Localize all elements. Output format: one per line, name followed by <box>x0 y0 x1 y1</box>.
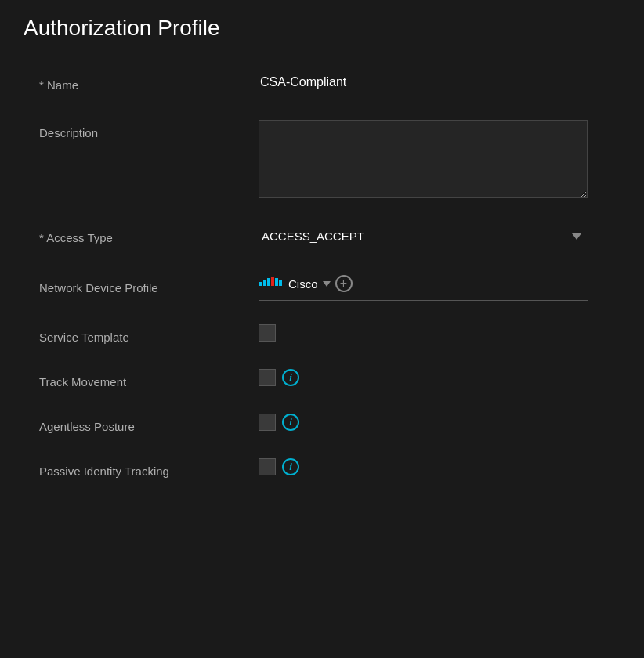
service-template-row: Service Template <box>39 324 605 345</box>
description-textarea[interactable] <box>259 120 588 198</box>
name-label: * Name <box>39 72 259 93</box>
form-container: * Name Description * Access Type ACCESS_… <box>24 72 620 479</box>
passive-identity-info-icon[interactable]: i <box>282 458 299 475</box>
track-movement-checkbox-wrapper: i <box>259 369 588 386</box>
add-network-device-icon[interactable]: + <box>335 275 353 292</box>
network-device-label: Network Device Profile <box>39 275 259 296</box>
track-movement-info-icon[interactable]: i <box>282 369 299 386</box>
service-template-checkbox-wrapper <box>259 324 588 342</box>
description-label: Description <box>39 120 259 141</box>
agentless-posture-row: Agentless Posture i <box>39 414 605 435</box>
network-device-row: Network Device Profile Cisco + <box>39 275 605 301</box>
cisco-logo <box>259 276 284 291</box>
name-input[interactable] <box>259 72 588 96</box>
passive-identity-checkbox-wrapper: i <box>259 458 588 475</box>
description-control <box>259 120 588 201</box>
network-device-control: Cisco + <box>259 275 588 301</box>
service-template-control <box>259 324 588 342</box>
svg-rect-0 <box>259 282 262 286</box>
name-row: * Name <box>39 72 605 96</box>
description-row: Description <box>39 120 605 201</box>
passive-identity-checkbox[interactable] <box>259 458 276 475</box>
network-device-name: Cisco <box>288 277 318 291</box>
name-control <box>259 72 588 96</box>
track-movement-label: Track Movement <box>39 369 259 390</box>
passive-identity-row: Passive Identity Tracking i <box>39 458 605 479</box>
passive-identity-label: Passive Identity Tracking <box>39 458 259 479</box>
agentless-posture-info-icon[interactable]: i <box>282 414 299 431</box>
service-template-checkbox[interactable] <box>259 324 276 342</box>
passive-identity-control: i <box>259 458 588 475</box>
access-type-row: * Access Type ACCESS_ACCEPT <box>39 225 605 251</box>
page-title: Authorization Profile <box>24 16 620 41</box>
agentless-posture-checkbox[interactable] <box>259 414 276 431</box>
svg-rect-3 <box>271 277 274 286</box>
agentless-posture-control: i <box>259 414 588 431</box>
chevron-down-icon <box>572 233 581 240</box>
track-movement-checkbox[interactable] <box>259 369 276 386</box>
svg-rect-1 <box>263 280 266 286</box>
access-type-display[interactable]: ACCESS_ACCEPT <box>259 225 588 251</box>
access-type-label: * Access Type <box>39 225 259 246</box>
svg-rect-2 <box>267 278 270 286</box>
svg-rect-5 <box>279 280 282 286</box>
access-type-select[interactable]: ACCESS_ACCEPT <box>259 225 588 251</box>
track-movement-control: i <box>259 369 588 386</box>
access-type-control: ACCESS_ACCEPT <box>259 225 588 251</box>
agentless-posture-checkbox-wrapper: i <box>259 414 588 431</box>
agentless-posture-label: Agentless Posture <box>39 414 259 435</box>
network-device-wrapper: Cisco + <box>259 275 588 301</box>
track-movement-row: Track Movement i <box>39 369 605 390</box>
svg-rect-4 <box>275 278 278 286</box>
access-type-value: ACCESS_ACCEPT <box>262 230 364 243</box>
network-device-chevron-icon[interactable] <box>323 281 331 287</box>
service-template-label: Service Template <box>39 324 259 345</box>
